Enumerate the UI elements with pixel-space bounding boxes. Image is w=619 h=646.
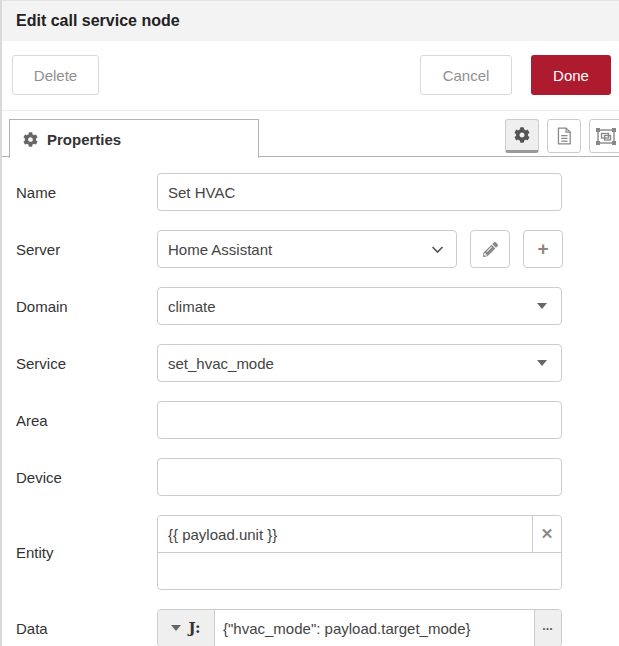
caret-down-icon — [537, 360, 547, 366]
entity-label: Entity — [16, 544, 157, 561]
area-label: Area — [16, 412, 157, 429]
ellipsis-icon: ••• — [543, 625, 553, 632]
caret-down-icon — [171, 625, 181, 631]
x-icon: ✕ — [541, 525, 554, 542]
entity-list-item: ✕ — [158, 516, 561, 553]
properties-view-button[interactable] — [505, 119, 539, 153]
gear-icon — [514, 127, 530, 143]
domain-value: climate — [168, 298, 216, 315]
data-input[interactable] — [215, 610, 534, 646]
document-icon — [556, 127, 572, 145]
appearance-view-button[interactable] — [589, 119, 619, 153]
editor-tabs: Properties — [2, 119, 619, 157]
delete-button[interactable]: Delete — [12, 55, 99, 95]
tab-buttons-group — [505, 119, 619, 153]
entity-row: Entity ✕ — [16, 515, 562, 590]
entity-list-item — [158, 553, 561, 589]
entity-input-2[interactable] — [158, 553, 561, 589]
data-typed-input: J: ••• — [157, 609, 562, 646]
server-label: Server — [16, 241, 157, 258]
dialog-header: Edit call service node — [2, 1, 619, 41]
name-input[interactable] — [157, 173, 562, 211]
caret-down-icon — [537, 303, 547, 309]
service-value: set_hvac_mode — [168, 355, 274, 372]
device-label: Device — [16, 469, 157, 486]
description-view-button[interactable] — [547, 119, 581, 153]
entity-input-1[interactable] — [158, 516, 532, 552]
object-group-icon — [596, 128, 616, 145]
chevron-down-icon — [431, 245, 444, 254]
add-server-button[interactable]: + — [523, 230, 563, 268]
tab-properties-label: Properties — [47, 131, 121, 148]
dialog-toolbar: Delete Cancel Done — [2, 41, 619, 111]
server-row: Server Home Assistant + — [16, 230, 562, 268]
server-select-value: Home Assistant — [168, 241, 272, 258]
pencil-icon — [483, 242, 498, 257]
edit-node-dialog: Edit call service node Delete Cancel Don… — [0, 0, 619, 646]
data-label: Data — [16, 620, 157, 637]
service-row: Service set_hvac_mode — [16, 344, 562, 382]
service-input[interactable]: set_hvac_mode — [157, 344, 562, 382]
dialog-title: Edit call service node — [16, 12, 180, 30]
gear-icon — [23, 132, 38, 147]
area-input[interactable] — [157, 401, 562, 439]
remove-entity-button[interactable]: ✕ — [532, 516, 561, 552]
domain-label: Domain — [16, 298, 157, 315]
device-row: Device — [16, 458, 562, 496]
name-row: Name — [16, 173, 562, 211]
data-row: Data J: ••• — [16, 609, 562, 646]
done-button[interactable]: Done — [531, 55, 611, 95]
cancel-button[interactable]: Cancel — [420, 55, 512, 95]
area-row: Area — [16, 401, 562, 439]
jsonata-icon: J: — [188, 619, 200, 637]
properties-form: Name Server Home Assistant — [2, 157, 619, 646]
edit-server-button[interactable] — [470, 230, 510, 268]
service-label: Service — [16, 355, 157, 372]
domain-input[interactable]: climate — [157, 287, 562, 325]
entity-list: ✕ — [157, 515, 562, 590]
tab-properties[interactable]: Properties — [9, 119, 259, 158]
domain-row: Domain climate — [16, 287, 562, 325]
device-input[interactable] — [157, 458, 562, 496]
expand-editor-button[interactable]: ••• — [534, 610, 561, 646]
name-label: Name — [16, 184, 157, 201]
plus-icon: + — [537, 238, 548, 260]
data-type-button[interactable]: J: — [158, 610, 215, 646]
server-select[interactable]: Home Assistant — [157, 230, 457, 268]
